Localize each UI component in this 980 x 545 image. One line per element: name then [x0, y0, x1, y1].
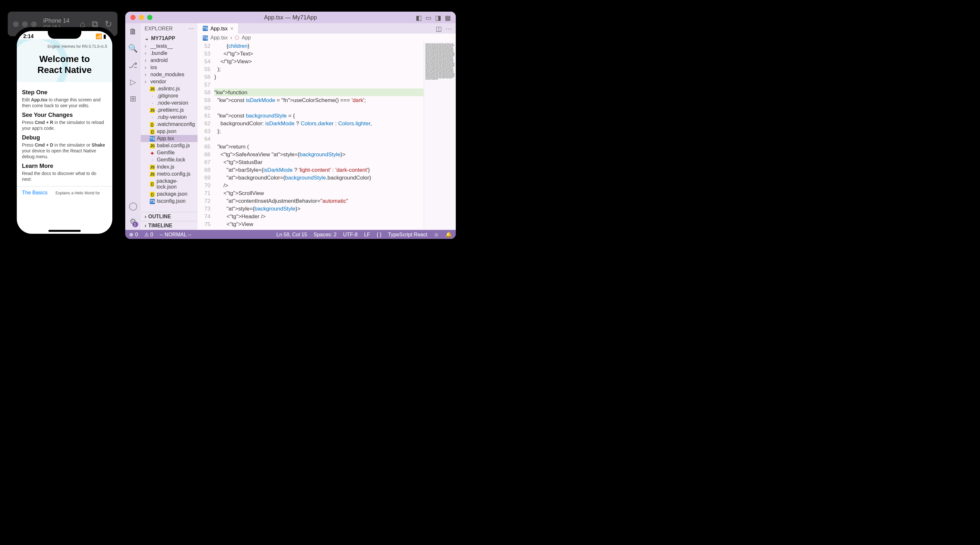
tree-item[interactable]: vendor — [141, 78, 197, 85]
extensions-icon[interactable]: ⊞ — [130, 94, 136, 103]
layout-panel-icon[interactable]: ▭ — [425, 14, 431, 21]
code-area[interactable]: 52 53 54 55 56 57 58 59 60 61 62 63 64 6… — [197, 42, 456, 230]
explorer-icon[interactable]: 🗎 — [129, 27, 137, 36]
tree-item[interactable]: TStsconfig.json — [141, 198, 197, 205]
tree-item[interactable]: ·.node-version — [141, 99, 197, 107]
sim-window-dot[interactable] — [22, 21, 28, 27]
code-content[interactable]: {children} </"tg">Text> </"tg">View> ); … — [214, 42, 423, 230]
tree-item[interactable]: ◆Gemfile — [141, 149, 197, 156]
ts-icon: TS — [203, 26, 208, 31]
tree-item[interactable]: JS.eslintrc.js — [141, 85, 197, 92]
basics-desc: Explains a Hello World for — [56, 191, 107, 195]
errors[interactable]: ⊗ 0 — [129, 231, 138, 237]
search-icon[interactable]: 🔍 — [128, 44, 138, 53]
tree-item-label: Gemfile — [157, 150, 175, 156]
json-icon: {} — [150, 129, 155, 134]
outline-header[interactable]: ›OUTLINE — [141, 212, 197, 221]
tree-item[interactable]: ios — [141, 64, 197, 71]
explorer-label: EXPLORER — [145, 26, 173, 32]
layout-sidebar-right-icon[interactable]: ◨ — [435, 14, 441, 21]
tree-item-label: ios — [150, 65, 157, 70]
account-icon[interactable]: ◯ — [129, 201, 137, 210]
minimize-window-icon[interactable] — [139, 15, 144, 20]
tree-item-label: index.js — [157, 164, 174, 170]
source-control-icon[interactable]: ⎇ — [129, 61, 137, 70]
tree-item-label: babel.config.js — [157, 143, 190, 148]
rotate-icon[interactable]: ↻ — [105, 18, 112, 29]
home-indicator[interactable] — [48, 230, 81, 232]
notch — [48, 31, 81, 39]
hero-banner: Engine: Hermes for RN 0.71.0-rc.5 Welcom… — [17, 39, 112, 82]
project-header[interactable]: ⌄ MY71APP — [141, 34, 197, 43]
tree-item[interactable]: {}package-lock.json — [141, 178, 197, 191]
section-body: Read the docs to discover what to do nex… — [22, 171, 107, 182]
tab-app-tsx[interactable]: TS App.tsx × — [197, 23, 239, 33]
titlebar[interactable]: App.tsx — My71App ◧ ▭ ◨ ▦ — [125, 12, 456, 23]
timeline-header[interactable]: ›TIMELINE — [141, 221, 197, 230]
tree-item[interactable]: TSApp.tsx — [141, 135, 197, 142]
crumb-file[interactable]: App.tsx — [210, 35, 228, 41]
tree-item-label: android — [150, 57, 167, 63]
phone-frame: 2:14 📶 ▮ Engine: Hermes for RN 0.71.0-rc… — [13, 27, 116, 237]
tree-item[interactable]: ·.ruby-version — [141, 114, 197, 121]
language[interactable]: TypeScript React — [388, 231, 427, 237]
tab-bar: TS App.tsx × ◫ ⋯ — [197, 23, 456, 33]
status-icons: 📶 ▮ — [95, 33, 106, 39]
tree-item[interactable]: JS.prettierrc.js — [141, 107, 197, 114]
tree-item[interactable]: android — [141, 57, 197, 64]
lang-brackets-icon[interactable]: { } — [377, 231, 382, 237]
gear-icon[interactable]: ⚙1 — [129, 217, 137, 226]
sim-window-dot[interactable] — [13, 21, 19, 27]
section-title: Step One — [22, 89, 107, 95]
app-content[interactable]: Step OneEdit App.tsx to change this scre… — [17, 82, 112, 186]
zoom-window-icon[interactable] — [147, 15, 152, 20]
breadcrumb[interactable]: TS App.tsx › ⬡ App — [197, 33, 456, 42]
tree-item-label: .node-version — [157, 100, 188, 106]
sim-window-dot[interactable] — [31, 21, 37, 27]
editor: TS App.tsx × ◫ ⋯ TS App.tsx › ⬡ App 52 5… — [197, 23, 456, 230]
basics-row[interactable]: The Basics Explains a Hello World for — [17, 186, 112, 199]
tree-item[interactable]: __tests__ — [141, 43, 197, 50]
close-icon[interactable]: × — [230, 25, 233, 31]
tree-item-label: node_modules — [150, 72, 184, 78]
crumb-symbol[interactable]: App — [242, 35, 251, 41]
tree-item[interactable]: {}.watchmanconfig — [141, 121, 197, 128]
tree-item[interactable]: .bundle — [141, 50, 197, 57]
feedback-icon[interactable]: ☺ — [434, 231, 439, 237]
tree-item[interactable]: {}package.json — [141, 191, 197, 198]
tree-item[interactable]: node_modules — [141, 71, 197, 78]
minimap[interactable]: ████ ██ ██ ███ █ ██ ███ █ ██ ███ █ ██ ██… — [423, 42, 456, 230]
tree-item-label: package.json — [157, 191, 187, 197]
tree-item[interactable]: JSindex.js — [141, 163, 197, 171]
project-name: MY71APP — [151, 35, 175, 41]
layout-grid-icon[interactable]: ▦ — [445, 14, 450, 21]
indent[interactable]: Spaces: 2 — [313, 231, 336, 237]
section-body: Edit App.tsx to change this screen and t… — [22, 97, 107, 108]
chevron-down-icon: ⌄ — [145, 35, 149, 41]
tree-item[interactable]: {}app.json — [141, 128, 197, 135]
tree-item[interactable]: JSbabel.config.js — [141, 142, 197, 149]
basics-link[interactable]: The Basics — [22, 190, 48, 196]
tree-item[interactable]: ·Gemfile.lock — [141, 156, 197, 163]
cfg-icon: · — [150, 115, 155, 120]
more-icon[interactable]: ⋯ — [445, 25, 452, 32]
bell-icon[interactable]: 🔔 — [445, 231, 452, 237]
chevron-right-icon: › — [230, 35, 232, 41]
tree-item[interactable]: ·.gitignore — [141, 92, 197, 99]
warnings[interactable]: ⚠ 0 — [144, 231, 153, 237]
eol[interactable]: LF — [364, 231, 370, 237]
section-title: Debug — [22, 134, 107, 141]
ts-icon: TS — [150, 136, 155, 141]
ts-icon: TS — [203, 35, 208, 40]
debug-icon[interactable]: ▷ — [130, 78, 136, 86]
close-window-icon[interactable] — [130, 15, 135, 20]
encoding[interactable]: UTF-8 — [343, 231, 358, 237]
line-gutter: 52 53 54 55 56 57 58 59 60 61 62 63 64 6… — [197, 42, 214, 230]
split-editor-icon[interactable]: ◫ — [436, 25, 442, 32]
tree-item-label: vendor — [150, 79, 166, 84]
tree-item[interactable]: JSmetro.config.js — [141, 171, 197, 178]
layout-sidebar-icon[interactable]: ◧ — [416, 14, 422, 21]
vscode-window: App.tsx — My71App ◧ ▭ ◨ ▦ 🗎 🔍 ⎇ ▷ ⊞ ◯ ⚙1… — [125, 12, 456, 239]
cursor-pos[interactable]: Ln 58, Col 15 — [276, 231, 307, 237]
more-icon[interactable]: ⋯ — [189, 26, 194, 32]
